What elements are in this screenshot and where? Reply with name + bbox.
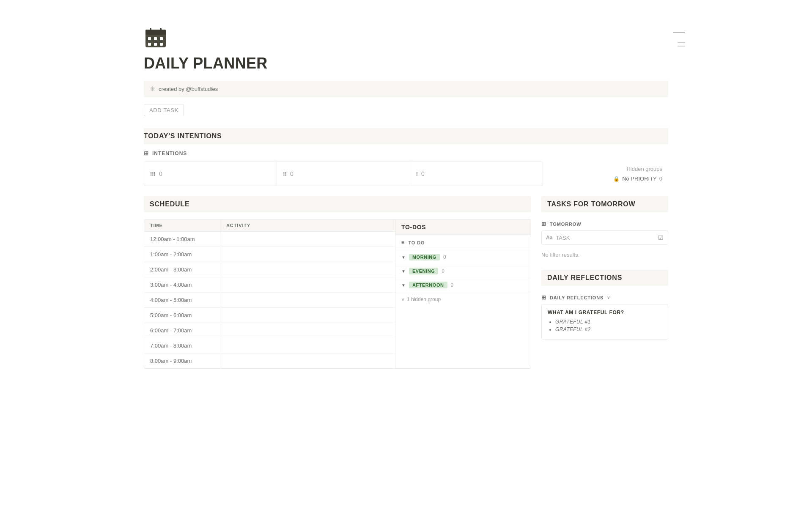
reflections-grid-icon: ⊞ — [541, 294, 546, 301]
no-priority-row[interactable]: 🔒 No PRIORITY 0 — [613, 175, 662, 182]
grateful-title: WHAT AM I GRATEFUL FOR? — [548, 310, 662, 315]
tasks-tomorrow-title: TASKS FOR TOMORROW — [547, 200, 635, 208]
svg-rect-3 — [160, 28, 162, 32]
hidden-group-row[interactable]: ∨ 1 hidden group — [395, 292, 531, 307]
schedule-row: 5:00am - 6:00am — [144, 308, 395, 323]
todays-intentions-title: TODAY'S INTENTIONS — [144, 132, 222, 140]
activity-cell[interactable] — [220, 232, 395, 247]
svg-rect-7 — [148, 43, 151, 46]
schedule-row: 12:00am - 1:00am — [144, 232, 395, 247]
evening-arrow-icon: ▼ — [401, 269, 406, 274]
todos-header: TO-DOS — [395, 219, 531, 235]
scrollbar-line-2 — [678, 46, 685, 47]
schedule-row: 4:00am - 5:00am — [144, 293, 395, 308]
svg-rect-2 — [150, 28, 151, 32]
aa-icon: Aa — [546, 235, 552, 241]
intentions-grid-icon: ⊞ — [144, 150, 149, 156]
todos-panel: TO-DOS ≡ TO DO ▼ MORNING 0 — [395, 219, 531, 368]
activity-cell[interactable] — [220, 354, 395, 368]
time-cell: 8:00am - 9:00am — [144, 354, 220, 368]
activity-col-header: ACTIVITY — [220, 219, 395, 231]
time-cell: 7:00am - 8:00am — [144, 338, 220, 353]
activity-cell[interactable] — [220, 293, 395, 307]
morning-count: 0 — [443, 254, 446, 260]
todo-group-afternoon-header[interactable]: ▼ AFTERNOON 0 — [401, 282, 525, 288]
time-cell: 3:00am - 4:00am — [144, 277, 220, 292]
tomorrow-db-label: TOMORROW — [550, 222, 582, 227]
reflections-db-row[interactable]: ⊞ DAILY REFLECTIONS ∨ — [541, 291, 668, 304]
time-cell: 6:00am - 7:00am — [144, 323, 220, 338]
minimize-button[interactable]: — — [673, 25, 685, 37]
schedule-table-header: TIME ACTIVITY — [144, 219, 395, 232]
time-cell: 4:00am - 5:00am — [144, 293, 220, 307]
priority-low-col[interactable]: ! 0 — [410, 162, 543, 186]
schedule-title: SCHEDULE — [150, 200, 189, 208]
checkbox-icon: ☑ — [658, 234, 664, 241]
schedule-row: 2:00am - 3:00am — [144, 262, 395, 277]
schedule-section-header: SCHEDULE — [144, 196, 531, 212]
svg-rect-6 — [160, 37, 163, 40]
lock-icon: 🔒 — [613, 176, 620, 182]
todo-group-morning-header[interactable]: ▼ MORNING 0 — [401, 254, 525, 260]
schedule-row: 6:00am - 7:00am — [144, 323, 395, 338]
hidden-groups-col: Hidden groups 🔒 No PRIORITY 0 — [550, 162, 668, 186]
priority-med-count: 0 — [290, 170, 294, 177]
reflections-db-label: DAILY REFLECTIONS — [550, 295, 604, 300]
add-task-label: ADD TASK — [149, 107, 178, 113]
afternoon-arrow-icon: ▼ — [401, 283, 406, 288]
add-task-button[interactable]: ADD TASK — [144, 104, 184, 116]
priority-high-col[interactable]: !!! 0 — [144, 162, 277, 186]
priority-low-icon: ! — [416, 171, 418, 177]
no-filter-results: No filter results. — [541, 248, 668, 261]
schedule-table: TIME ACTIVITY 12:00am - 1:00am 1:00am - … — [144, 219, 395, 368]
todo-group-evening-header[interactable]: ▼ EVENING 0 — [401, 268, 525, 274]
activity-cell[interactable] — [220, 247, 395, 262]
time-cell: 2:00am - 3:00am — [144, 262, 220, 277]
todo-group-morning: ▼ MORNING 0 — [395, 250, 531, 264]
grateful-item-2: GRATEFUL #2 — [555, 326, 662, 332]
page-icon — [144, 25, 668, 50]
evening-count: 0 — [442, 268, 444, 274]
intentions-label-text: INTENTIONS — [152, 151, 187, 156]
svg-rect-9 — [160, 43, 163, 46]
scrollbar-line-1 — [678, 42, 685, 43]
grateful-item-1: GRATEFUL #1 — [555, 319, 662, 325]
chevron-down-icon: ∨ — [401, 297, 404, 302]
todo-group-afternoon: ▼ AFTERNOON 0 — [395, 278, 531, 292]
page-title: DAILY PLANNER — [144, 55, 668, 72]
activity-cell[interactable] — [220, 308, 395, 323]
priority-med-col[interactable]: !! 0 — [277, 162, 410, 186]
tomorrow-table-icon: ⊞ — [541, 221, 546, 227]
activity-cell[interactable] — [220, 262, 395, 277]
todo-db-label: ≡ TO DO — [395, 235, 531, 250]
tasks-for-tomorrow-section: TASKS FOR TOMORROW — [541, 196, 668, 212]
activity-cell[interactable] — [220, 338, 395, 353]
main-content-area: SCHEDULE TIME ACTIVITY 12:00am - 1:00am — [144, 196, 668, 369]
activity-cell[interactable] — [220, 323, 395, 338]
priority-med-icon: !! — [283, 171, 287, 177]
todo-group-evening: ▼ EVENING 0 — [395, 264, 531, 278]
left-panel: SCHEDULE TIME ACTIVITY 12:00am - 1:00am — [144, 196, 531, 369]
svg-rect-8 — [154, 43, 157, 46]
time-cell: 5:00am - 6:00am — [144, 308, 220, 323]
svg-rect-5 — [154, 37, 157, 40]
schedule-row: 3:00am - 4:00am — [144, 277, 395, 293]
priority-high-icon: !!! — [150, 171, 156, 177]
daily-reflections-title: DAILY REFLECTIONS — [547, 274, 622, 281]
priority-low-count: 0 — [421, 170, 425, 177]
tomorrow-db-row: ⊞ TOMORROW — [541, 217, 668, 230]
afternoon-count: 0 — [451, 282, 454, 288]
hidden-group-text: 1 hidden group — [407, 296, 441, 302]
reflections-chevron-icon: ∨ — [607, 295, 610, 300]
right-panel: TASKS FOR TOMORROW ⊞ TOMORROW Aa TASK ☑ … — [541, 196, 668, 340]
time-cell: 12:00am - 1:00am — [144, 232, 220, 247]
created-by-bar: ✳ created by @buffstudies — [144, 81, 668, 97]
task-search-row[interactable]: Aa TASK ☑ — [541, 230, 668, 245]
grateful-card: WHAT AM I GRATEFUL FOR? GRATEFUL #1 GRAT… — [541, 304, 668, 340]
activity-cell[interactable] — [220, 277, 395, 292]
schedule-row: 1:00am - 2:00am — [144, 247, 395, 262]
intentions-db-label: ⊞ INTENTIONS — [144, 150, 668, 156]
sparkle-icon: ✳ — [150, 85, 155, 93]
grateful-list: GRATEFUL #1 GRATEFUL #2 — [548, 319, 662, 332]
todo-list-icon: ≡ — [401, 239, 405, 246]
